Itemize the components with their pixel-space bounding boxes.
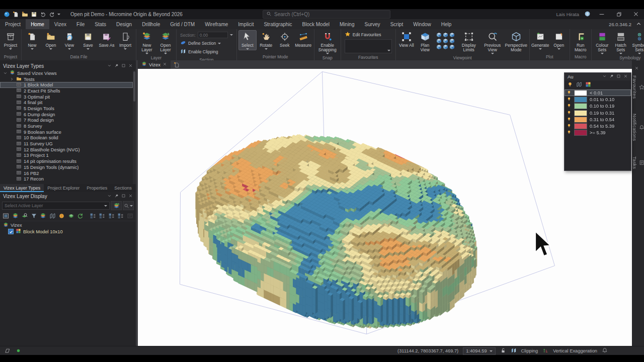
forms-gray-icon[interactable] [126,212,134,220]
sort-az-icon[interactable] [108,212,116,220]
collapse-ribbon-icon[interactable] [635,21,642,28]
pin-icon[interactable] [114,63,119,69]
layers-button[interactable] [111,201,122,210]
search-input[interactable]: Search (Ctrl+Q) [263,10,390,19]
favourites-list[interactable] [345,39,392,53]
view-cube-icon[interactable] [436,44,442,50]
ribbon-button-select[interactable]: Select [238,30,257,50]
ribbon-button-measure[interactable]: Measure [294,30,312,48]
layers-green-icon[interactable] [67,212,75,220]
ribbon-button-new[interactable]: New [23,30,41,50]
close-panel-icon[interactable] [128,194,133,199]
expander-open-icon[interactable] [3,71,8,75]
selection-mode-icon[interactable] [4,347,11,355]
sort-az-icon[interactable] [89,212,97,220]
tree-item-1-block-model[interactable]: 1 Block Model [0,82,133,88]
ribbon-button-perspective-mode[interactable]: Perspective Mode [505,30,528,53]
ribbon-tab-file[interactable]: File [71,19,90,29]
vizex-root-row[interactable]: Vizex [0,222,136,229]
close-panel-icon[interactable] [623,74,628,79]
tree-item-9-boolean-surface[interactable]: 9 Boolean surface [0,129,133,135]
clipping-label[interactable]: Clipping [521,348,538,353]
dock-tab-sections[interactable]: Sections [111,184,135,192]
ribbon-button-rotate[interactable]: Rotate [257,30,275,50]
side-tab-favourites[interactable]: Favourites [632,71,644,103]
maximize-panel-icon[interactable] [121,63,126,69]
bulb-icon[interactable] [567,130,572,136]
legend-row[interactable]: 0.31 to 0.54 [565,116,631,123]
tree-item-17-recon[interactable]: 17 Recon [0,176,133,182]
bulb-icon[interactable] [567,103,572,109]
ribbon-button-open[interactable]: Open [550,30,568,50]
ribbon-button-seek[interactable]: Seek [276,30,294,48]
tree-item-13-project-1[interactable]: 13 Project 1 [0,153,133,159]
bulb-icon[interactable] [567,97,572,103]
ribbon-tab-design[interactable]: Design [111,19,137,29]
dock-tab-project-explorer[interactable]: Project Explorer [44,184,83,192]
redo-icon[interactable] [48,11,55,18]
tree-item-6-dump-design[interactable]: 6 Dump design [0,112,133,118]
ribbon-tab-stats[interactable]: Stats [90,19,111,29]
legend-row[interactable]: 0.19 to 0.31 [565,110,631,116]
ribbon-button-import[interactable]: Import [116,30,134,50]
ribbon-button-run-macro[interactable]: Run Macro [572,30,590,53]
dock-tab-vizex-layer-types[interactable]: Vizex Layer Types [0,184,44,192]
dock-tab-properties[interactable]: Properties [83,184,111,192]
edit-favourites-button[interactable]: Edit Favourites [345,31,392,38]
tree-item-4-final-pit[interactable]: 4 final pit [0,100,133,106]
view-cube-icon[interactable] [449,32,455,38]
vertical-exaggeration-icon[interactable] [542,347,548,354]
ribbon-button-project[interactable]: Project [2,30,20,50]
tree-item-10-boolean-solid[interactable]: 10 Boolean solid [0,135,133,141]
ribbon-button-new-layer[interactable]: New Layer [138,30,156,55]
ribbon-button-symbol-sets[interactable]: Symbol Sets [630,30,644,55]
tree-item-14-pit-optimisation-results[interactable]: 14 pit optimisation results [0,158,133,164]
notifications-bell-icon[interactable] [602,347,608,354]
ribbon-button-colour-sets[interactable]: Colour Sets [593,30,611,55]
tree-item-2-exact-pit-shells[interactable]: 2 Exact Pit Shells [0,88,133,94]
layer-visibility-checkbox[interactable] [8,229,14,234]
ribbon-tab-survey[interactable]: Survey [360,19,385,29]
tree-item-7-road-design[interactable]: 7 Road design [0,118,133,124]
tree-item-3-optimal-pit[interactable]: 3 Optimal pit [0,94,133,100]
ribbon-button-view[interactable]: View [60,30,78,50]
globe-icon[interactable] [58,212,66,220]
ribbon-button-plan-view[interactable]: Plan View [416,30,434,53]
close-panel-icon[interactable] [128,63,133,69]
lock-icon[interactable] [500,347,506,354]
tree-item-8-survey[interactable]: 8 Survey [0,123,133,129]
tree-item-5-design-tools[interactable]: 5 Design Tools [0,106,133,112]
layer-search-button[interactable] [123,201,134,210]
scale-selector[interactable]: 1:4094.59 [463,347,495,355]
close-button[interactable] [630,10,642,19]
legend-row[interactable]: >= 5.39 [565,130,631,136]
ribbon-tab-stratigraphic[interactable]: Stratigraphic [259,19,297,29]
new-file-icon[interactable] [12,11,19,18]
view-cube-icon[interactable] [449,44,455,50]
legend-row[interactable]: 0.10 to 0.19 [565,103,631,110]
view-cube-icon[interactable] [442,44,449,50]
view-cube-icon[interactable] [442,32,449,38]
ribbon-tab-help[interactable]: Help [436,19,457,29]
clip-planes-icon[interactable] [576,80,582,89]
quick-access-caret-icon[interactable] [57,14,60,15]
section-value-input[interactable]: 0.00 [198,32,228,38]
bulb-icon[interactable] [567,117,572,123]
ribbon-button-previous-view[interactable]: Previous View [481,30,504,55]
legend-row[interactable]: 0.01 to 0.10 [565,96,631,103]
block-colored-icon[interactable] [585,80,591,89]
ribbon-tab-block-model[interactable]: Block Model [297,19,335,29]
ribbon-button-hatch-sets[interactable]: Hatch Sets [612,30,630,55]
undo-icon[interactable] [39,11,46,18]
bulb-icon[interactable] [567,80,573,89]
ribbon-tab-script[interactable]: Script [385,19,409,29]
ribbon-button-save[interactable]: Save [79,30,97,50]
clip-planes-icon[interactable] [49,212,57,220]
ribbon-button-view-all[interactable]: View All [397,30,416,48]
layers-colored-icon[interactable] [12,212,20,220]
panel-menu-icon[interactable] [107,194,112,199]
panel-menu-icon[interactable] [107,63,112,69]
ribbon-button-open[interactable]: Open [42,30,60,50]
active-layer-combo[interactable]: Select Active Layer [2,202,110,210]
block-model-layer-row[interactable]: Block Model 10x10 [0,229,136,235]
